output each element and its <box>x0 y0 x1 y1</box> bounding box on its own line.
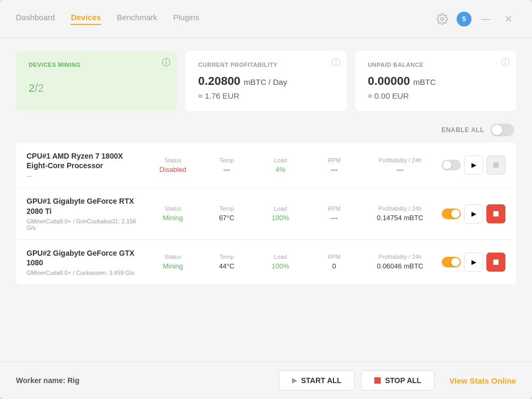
device-profit-value-gpu2: 0.06046 mBTC <box>377 262 423 270</box>
device-status-value-cpu1: Disabled <box>159 166 186 174</box>
device-stat-profit-gpu1: Profitability / 24h 0.14754 mBTC <box>364 205 436 222</box>
device-stat-temp-gpu2: Temp 44°C <box>202 254 251 270</box>
device-stat-rpm-gpu2: RPM 0 <box>310 254 358 270</box>
devices-mining-value: 2/2 <box>29 74 164 97</box>
device-rpm-value-cpu1: --- <box>331 166 338 174</box>
device-temp-value-gpu2: 44°C <box>219 262 234 270</box>
stats-row: ⓘ DEVICES MINING 2/2 ⓘ CURRENT PROFITABI… <box>16 51 516 111</box>
view-stats-link[interactable]: View Stats Online <box>449 376 516 385</box>
app-window: Dashboard Devices Benchmark Plugins 5 — … <box>0 0 532 399</box>
profitability-main: 0.20800 mBTC / Day <box>198 74 333 88</box>
device-algo-cpu1: --- <box>27 172 143 179</box>
table-row: GPU#2 Gigabyte GeForce GTX 1080 GMinerCu… <box>16 240 516 284</box>
footer-actions: ▶ START ALL STOP ALL View Stats Online <box>279 370 516 391</box>
device-temp-value-gpu1: 67°C <box>219 214 234 222</box>
worker-name-display: Worker name: Rig <box>16 376 279 385</box>
device-load-value-cpu1: 4% <box>276 166 286 174</box>
close-button[interactable]: ✕ <box>500 11 516 27</box>
device-stop-cpu1[interactable] <box>486 155 505 175</box>
enable-all-toggle[interactable] <box>491 124 514 136</box>
device-name-gpu2: GPU#2 Gigabyte GeForce GTX 1080 <box>27 248 143 267</box>
info-icon-balance[interactable]: ⓘ <box>501 57 510 68</box>
device-rpm-value-gpu2: 0 <box>332 262 336 270</box>
device-actions-cpu1: ▶ <box>442 155 505 175</box>
device-load-value-gpu2: 100% <box>272 262 289 270</box>
device-profit-value-gpu1: 0.14754 mBTC <box>377 214 423 222</box>
toggle-knob <box>492 125 502 135</box>
nav-tabs: Dashboard Devices Benchmark Plugins <box>16 13 434 25</box>
device-name-cpu1: CPU#1 AMD Ryzen 7 1800X Eight-Core Proce… <box>27 151 143 170</box>
device-stat-temp-gpu1: Temp 67°C <box>202 205 251 222</box>
device-stat-profit-cpu1: Profitability / 24h --- <box>364 157 436 174</box>
device-algo-gpu2: GMinerCuda9.0+ / Cuckaroom: 3.459 G/s <box>27 270 143 276</box>
device-stat-load-gpu1: Load 100% <box>256 205 305 222</box>
content-area: ⓘ DEVICES MINING 2/2 ⓘ CURRENT PROFITABI… <box>0 38 532 361</box>
balance-sub: ≈ 0.00 EUR <box>368 91 503 100</box>
enable-all-label: ENABLE ALL <box>441 126 484 134</box>
device-load-value-gpu1: 100% <box>272 214 289 222</box>
balance-label: UNPAID BALANCE <box>368 62 503 68</box>
nav-bar: Dashboard Devices Benchmark Plugins 5 — … <box>0 0 532 38</box>
profitability-sub: ≈ 1.76 EUR <box>198 91 333 100</box>
device-toggle-gpu1[interactable] <box>442 209 461 219</box>
tab-plugins[interactable]: Plugins <box>173 13 199 25</box>
device-play-cpu1[interactable]: ▶ <box>464 155 483 175</box>
nav-actions: 5 — ✕ <box>434 11 516 27</box>
device-profit-value-cpu1: --- <box>397 166 404 174</box>
tab-devices[interactable]: Devices <box>71 13 101 25</box>
device-play-gpu2[interactable]: ▶ <box>464 253 483 272</box>
device-status-value-gpu1: Mining <box>162 214 183 222</box>
device-temp-value-cpu1: --- <box>223 166 230 174</box>
device-status-value-gpu2: Mining <box>162 262 183 270</box>
device-stop-gpu2[interactable] <box>486 253 505 272</box>
play-icon: ▶ <box>292 377 297 384</box>
device-stat-rpm-cpu1: RPM --- <box>310 157 358 174</box>
device-stat-status-cpu1: Status Disabled <box>149 157 197 174</box>
notification-badge[interactable]: 5 <box>457 12 471 27</box>
tab-dashboard[interactable]: Dashboard <box>16 13 55 25</box>
profitability-label: CURRENT PROFITABILITY <box>198 62 333 68</box>
balance-card: ⓘ UNPAID BALANCE 0.00000 mBTC ≈ 0.00 EUR <box>355 51 516 111</box>
device-stat-status-gpu1: Status Mining <box>149 205 197 222</box>
balance-main: 0.00000 mBTC <box>368 74 503 88</box>
worker-name-value: Rig <box>67 376 80 385</box>
device-stop-gpu1[interactable] <box>486 204 505 223</box>
device-name-gpu1: GPU#1 Gigabyte GeForce RTX 2080 Ti <box>27 196 143 215</box>
minimize-button[interactable]: — <box>478 11 494 27</box>
device-info-gpu2: GPU#2 Gigabyte GeForce GTX 1080 GMinerCu… <box>27 248 143 276</box>
devices-mining-card: ⓘ DEVICES MINING 2/2 <box>16 51 177 111</box>
device-info-gpu1: GPU#1 Gigabyte GeForce RTX 2080 Ti GMine… <box>27 196 143 230</box>
device-stat-profit-gpu2: Profitability / 24h 0.06046 mBTC <box>364 254 436 270</box>
enable-all-row: ENABLE ALL <box>16 124 516 136</box>
table-row: GPU#1 Gigabyte GeForce RTX 2080 Ti GMine… <box>16 188 516 239</box>
device-toggle-cpu1[interactable] <box>442 160 461 170</box>
device-list: CPU#1 AMD Ryzen 7 1800X Eight-Core Proce… <box>16 143 516 284</box>
table-row: CPU#1 AMD Ryzen 7 1800X Eight-Core Proce… <box>16 143 516 188</box>
settings-button[interactable] <box>434 11 450 27</box>
info-icon-devices[interactable]: ⓘ <box>162 57 170 68</box>
svg-point-0 <box>441 18 444 21</box>
device-stat-load-cpu1: Load 4% <box>256 157 305 174</box>
device-algo-gpu1: GMinerCuda9.0+ / GrinCuckatoo31: 2.156 G… <box>27 218 143 231</box>
device-rpm-value-gpu1: --- <box>331 214 338 222</box>
stop-icon <box>374 377 381 384</box>
start-all-button[interactable]: ▶ START ALL <box>279 370 355 391</box>
device-actions-gpu1: ▶ <box>442 204 505 223</box>
device-stat-load-gpu2: Load 100% <box>256 254 305 270</box>
device-actions-gpu2: ▶ <box>442 253 505 272</box>
tab-benchmark[interactable]: Benchmark <box>117 13 157 25</box>
stop-all-button[interactable]: STOP ALL <box>361 370 434 391</box>
device-stat-temp-cpu1: Temp --- <box>202 157 251 174</box>
device-toggle-gpu2[interactable] <box>442 257 461 267</box>
device-info-cpu1: CPU#1 AMD Ryzen 7 1800X Eight-Core Proce… <box>27 151 143 179</box>
info-icon-profitability[interactable]: ⓘ <box>332 57 340 68</box>
device-stat-rpm-gpu1: RPM --- <box>310 205 358 222</box>
devices-mining-label: DEVICES MINING <box>29 62 164 68</box>
footer: Worker name: Rig ▶ START ALL STOP ALL Vi… <box>0 361 532 399</box>
device-stat-status-gpu2: Status Mining <box>149 254 197 270</box>
profitability-card: ⓘ CURRENT PROFITABILITY 0.20800 mBTC / D… <box>185 51 346 111</box>
device-play-gpu1[interactable]: ▶ <box>464 204 483 223</box>
